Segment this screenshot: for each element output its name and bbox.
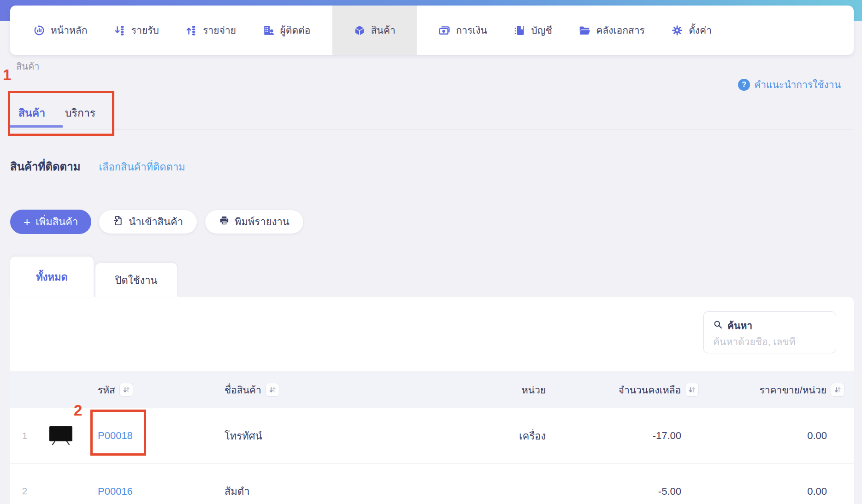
product-price-cell: 0.00: [702, 486, 854, 498]
row-number: 2: [10, 486, 40, 497]
product-code-link[interactable]: P00016: [98, 486, 133, 498]
nav-item-documents[interactable]: คลังเอกสาร: [574, 6, 649, 55]
tv-product-image: [49, 426, 73, 446]
nav-item-label: ตั้งค่า: [689, 23, 712, 38]
nav-item-label: ผู้ติดต่อ: [280, 23, 311, 38]
header-price-label: ราคาขาย/หน่วย: [760, 382, 827, 398]
list-tab-disabled[interactable]: ปิดใช้งาน: [95, 263, 177, 298]
nav-item-label: รายจ่าย: [203, 23, 236, 38]
search-label: ค้นหา: [727, 318, 752, 333]
header-code[interactable]: รหัส: [90, 382, 206, 398]
watchlist-row: สินค้าที่ติดตาม เลือกสินค้าที่ติดตาม: [10, 158, 185, 176]
header-quantity-label: จำนวนคงเหลือ: [619, 382, 681, 398]
list-tab-disabled-label: ปิดใช้งาน: [115, 272, 157, 288]
nav-item-finance[interactable]: การเงิน: [434, 6, 492, 55]
product-unit-cell: เครื่อง: [480, 428, 568, 444]
nav-item-expense[interactable]: รายจ่าย: [181, 6, 241, 55]
finance-banknote-icon: [438, 24, 450, 36]
sort-icon[interactable]: [831, 383, 844, 397]
product-name-cell: ส้มตำ: [206, 483, 480, 499]
nav-strip: หน้าหลัก รายรับ รายจ่าย: [29, 6, 716, 55]
import-products-label: นำเข้าสินค้า: [129, 214, 183, 230]
help-circle-icon: ?: [738, 79, 750, 91]
product-quantity-cell: -17.00: [568, 430, 702, 442]
nav-item-label: สินค้า: [371, 23, 396, 38]
annotation-box-1: [8, 91, 114, 136]
import-products-button[interactable]: นำเข้าสินค้า: [99, 210, 197, 234]
header-product-name[interactable]: ชื่อสินค้า: [206, 382, 480, 398]
nav-item-contacts[interactable]: ผู้ติดต่อ: [258, 6, 315, 55]
table-row: 2 P00016 ส้มตำ -5.00 0.00: [10, 463, 854, 504]
usage-guide-label: คำแนะนำการใช้งาน: [754, 77, 841, 92]
nav-item-label: การเงิน: [456, 23, 487, 38]
tabs-divider: [10, 129, 853, 130]
products-panel: ค้นหา รหัส ชื่อสินค้า: [10, 297, 854, 504]
annotation-box-2: [90, 410, 146, 456]
header-unit-label: หน่วย: [522, 382, 546, 398]
nav-item-home[interactable]: หน้าหลัก: [29, 6, 92, 55]
print-report-button[interactable]: พิมพ์รายงาน: [205, 210, 304, 234]
list-tab-all[interactable]: ทั้งหมด: [10, 257, 94, 298]
nav-item-label: รายรับ: [131, 23, 159, 38]
breadcrumb: สินค้า: [16, 59, 40, 74]
accounting-book-icon: [514, 24, 525, 36]
header-name-label: ชื่อสินค้า: [224, 382, 261, 398]
sort-icon[interactable]: [685, 383, 699, 397]
sort-icon[interactable]: [119, 383, 133, 397]
printer-icon: [219, 215, 230, 229]
header-quantity[interactable]: จำนวนคงเหลือ: [568, 382, 702, 398]
nav-item-settings[interactable]: ตั้งค่า: [667, 6, 716, 55]
product-price-cell: 0.00: [702, 430, 854, 442]
settings-gear-icon: [671, 24, 683, 36]
select-watchlist-link[interactable]: เลือกสินค้าที่ติดตาม: [99, 159, 185, 175]
plus-icon: +: [24, 216, 30, 228]
search-box[interactable]: ค้นหา: [703, 311, 836, 353]
product-code-cell: P00016: [90, 486, 206, 498]
nav-item-accounting[interactable]: บัญชี: [509, 6, 556, 55]
nav-item-products[interactable]: สินค้า: [332, 6, 417, 55]
annotation-number-2: 2: [74, 402, 82, 419]
dashboard-icon: [33, 24, 45, 36]
search-label-row: ค้นหา: [713, 318, 827, 333]
product-thumbnail-cell: [40, 426, 90, 446]
nav-item-label: บัญชี: [531, 23, 552, 38]
header-code-label: รหัส: [98, 382, 115, 398]
main-navbar: หน้าหลัก รายรับ รายจ่าย: [10, 6, 854, 55]
sort-icon[interactable]: [266, 383, 279, 397]
add-product-button[interactable]: + เพิ่มสินค้า: [10, 210, 91, 234]
add-product-label: เพิ่มสินค้า: [35, 214, 78, 230]
search-input[interactable]: [713, 336, 827, 347]
nav-item-income[interactable]: รายรับ: [109, 6, 164, 55]
products-cube-icon: [354, 24, 366, 36]
table-header: รหัส ชื่อสินค้า: [10, 371, 854, 408]
usage-guide-link[interactable]: ? คำแนะนำการใช้งาน: [738, 77, 841, 92]
product-name-cell: โทรทัศน์: [206, 428, 480, 444]
product-quantity-cell: -5.00: [568, 486, 702, 498]
documents-folder-icon: [579, 24, 590, 36]
annotation-number-1: 1: [3, 66, 11, 84]
header-price[interactable]: ราคาขาย/หน่วย: [702, 382, 854, 398]
expense-icon: [185, 24, 197, 36]
nav-item-label: คลังเอกสาร: [596, 23, 645, 38]
import-file-icon: [113, 215, 124, 229]
header-unit: หน่วย: [480, 382, 568, 398]
income-icon: [114, 24, 126, 36]
nav-item-label: หน้าหลัก: [51, 23, 87, 38]
print-report-label: พิมพ์รายงาน: [235, 214, 289, 230]
products-page: { "nav": { "items": [ { "label": "หน้าหล…: [0, 0, 862, 504]
contacts-icon: [263, 24, 275, 36]
search-icon: [713, 320, 723, 332]
row-number: 1: [10, 431, 40, 441]
list-tab-all-label: ทั้งหมด: [36, 269, 68, 285]
toolbar: + เพิ่มสินค้า นำเข้าสินค้า พิมพ์รา: [10, 210, 304, 234]
watchlist-title: สินค้าที่ติดตาม: [10, 158, 80, 176]
